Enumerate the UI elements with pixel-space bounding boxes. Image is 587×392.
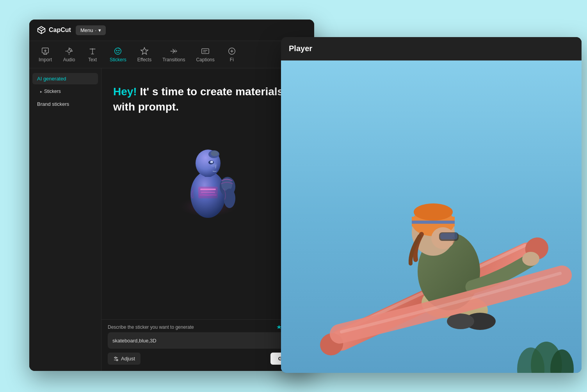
import-icon xyxy=(41,47,50,55)
svg-rect-53 xyxy=(440,233,457,239)
svg-point-7 xyxy=(117,50,117,51)
menu-chevron: ▾ xyxy=(98,27,101,33)
svg-point-2 xyxy=(68,50,70,52)
input-label-row: Describe the sticker you want to generat… xyxy=(108,324,308,330)
app-name: CapCut xyxy=(49,27,71,34)
player-title: Player xyxy=(289,44,312,53)
svg-point-30 xyxy=(211,163,217,167)
sidebar-item-ai-generated-label: AI generated xyxy=(37,76,66,82)
adjust-button[interactable]: Adjust xyxy=(108,353,141,365)
audio-icon xyxy=(65,47,73,55)
sidebar-item-stickers-label: Stickers xyxy=(44,89,61,94)
toolbar-item-stickers[interactable]: Stickers xyxy=(104,44,132,66)
robot-image-container xyxy=(113,126,302,228)
toolbar-label-effects: Effects xyxy=(137,57,151,62)
toolbar-label-fi: Fi xyxy=(230,57,234,62)
toolbar-item-fi[interactable]: Fi xyxy=(220,44,244,66)
promo-text: Hey! It' s time to create materials with… xyxy=(113,84,302,114)
menu-label: Menu xyxy=(80,27,93,33)
menu-dot: · xyxy=(95,27,96,33)
snowboard-scene-svg xyxy=(281,61,582,373)
svg-rect-49 xyxy=(412,221,455,224)
content-area: AI generated ▸ Stickers Brand stickers H… xyxy=(29,68,314,371)
toolbar-item-effects[interactable]: Effects xyxy=(132,44,157,66)
effects-icon xyxy=(140,47,149,55)
svg-point-6 xyxy=(115,48,121,54)
capcut-logo-icon xyxy=(36,25,46,35)
adjust-icon xyxy=(113,356,119,362)
svg-point-26 xyxy=(211,151,219,156)
svg-rect-17 xyxy=(200,189,216,190)
svg-point-8 xyxy=(119,50,119,51)
promo-highlight: Hey! xyxy=(113,86,137,98)
toolbar-item-audio[interactable]: Audio xyxy=(57,44,81,66)
svg-point-29 xyxy=(211,161,213,162)
fi-icon xyxy=(228,47,236,55)
sidebar: AI generated ▸ Stickers Brand stickers xyxy=(29,68,101,371)
captions-icon xyxy=(201,47,210,55)
toolbar-item-import[interactable]: Import xyxy=(33,44,57,66)
toolbar-label-text: Text xyxy=(88,57,97,62)
player-image xyxy=(281,61,582,373)
robot-illustration xyxy=(169,126,247,228)
svg-point-33 xyxy=(224,189,235,208)
sticker-input-value: skateboard,blue,3D xyxy=(112,338,157,344)
toolbar: Import Audio Text xyxy=(29,41,314,68)
toolbar-label-captions: Captions xyxy=(196,57,214,62)
player-window: Player xyxy=(281,37,582,373)
sidebar-item-brand-stickers-label: Brand stickers xyxy=(37,101,69,107)
toolbar-item-text[interactable]: Text xyxy=(81,44,104,66)
svg-rect-10 xyxy=(202,48,209,53)
promo-rest: It' s time to create materials with prom… xyxy=(113,86,283,113)
app-header: CapCut Menu · ▾ xyxy=(29,20,314,41)
sticker-input-box[interactable]: skateboard,blue,3D xyxy=(108,332,308,349)
toolbar-item-captions[interactable]: Captions xyxy=(190,44,220,66)
action-row: Adjust Generate xyxy=(108,353,308,365)
transitions-icon xyxy=(169,47,178,55)
svg-rect-18 xyxy=(201,192,215,193)
sidebar-chevron-icon: ▸ xyxy=(40,89,42,94)
sidebar-item-brand-stickers[interactable]: Brand stickers xyxy=(32,98,98,110)
sidebar-item-stickers[interactable]: ▸ Stickers xyxy=(32,86,98,97)
sidebar-item-ai-generated[interactable]: AI generated xyxy=(32,73,98,84)
svg-marker-9 xyxy=(141,47,148,54)
adjust-label: Adjust xyxy=(121,356,135,362)
toolbar-label-stickers: Stickers xyxy=(110,57,126,62)
toolbar-label-audio: Audio xyxy=(63,57,75,62)
stickers-icon xyxy=(114,47,122,55)
svg-point-55 xyxy=(447,314,474,329)
text-icon xyxy=(88,47,97,55)
svg-point-50 xyxy=(414,203,453,221)
toolbar-label-import: Import xyxy=(39,57,52,62)
player-header: Player xyxy=(281,37,582,61)
toolbar-item-transitions[interactable]: Transitions xyxy=(157,44,190,66)
input-description-label: Describe the sticker you want to generat… xyxy=(108,324,194,330)
toolbar-label-transitions: Transitions xyxy=(162,57,185,62)
menu-button[interactable]: Menu · ▾ xyxy=(76,25,106,35)
main-window: CapCut Menu · ▾ Import Audio xyxy=(29,20,314,371)
app-logo: CapCut xyxy=(36,25,71,35)
svg-point-45 xyxy=(522,252,539,266)
